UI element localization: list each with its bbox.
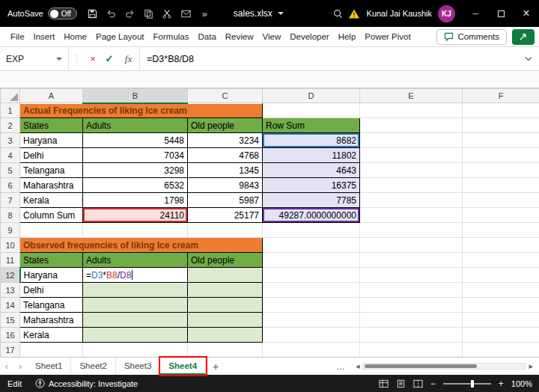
cell-F11[interactable] (463, 253, 539, 268)
cell-D7[interactable]: 7785 (263, 193, 360, 208)
mail-button[interactable] (177, 4, 195, 23)
cell-D4[interactable]: 11802 (263, 148, 360, 163)
sheet-tab-sheet1[interactable]: Sheet1 (27, 358, 71, 375)
cell-B7[interactable]: 1798 (83, 193, 188, 208)
column-header-C[interactable]: C (188, 89, 263, 103)
cell-E4[interactable] (360, 148, 463, 163)
close-button[interactable]: × (514, 0, 539, 27)
cell-E3[interactable] (360, 133, 463, 148)
cell-E5[interactable] (360, 163, 463, 178)
cell-D11[interactable] (263, 253, 360, 268)
cell-D8[interactable]: 49287.0000000000 (263, 208, 360, 223)
cell-D16[interactable] (263, 328, 360, 343)
cell-E9[interactable] (360, 223, 463, 238)
ribbon-tab-help[interactable]: Help (334, 27, 361, 46)
name-box[interactable]: EXP (0, 47, 69, 70)
formula-input[interactable]: =D3*B8/D8 (140, 54, 518, 64)
row-header-6[interactable]: 6 (1, 178, 20, 193)
column-header-A[interactable]: A (20, 89, 83, 103)
cell-A7[interactable]: Kerala (20, 193, 83, 208)
sheet-tab-sheet2[interactable]: Sheet2 (71, 358, 115, 375)
cell-C4[interactable]: 4768 (188, 148, 263, 163)
row-header-16[interactable]: 16 (1, 328, 20, 343)
row-header-7[interactable]: 7 (1, 193, 20, 208)
cell-D13[interactable] (263, 283, 360, 298)
cell-C5[interactable]: 1345 (188, 163, 263, 178)
cell-F8[interactable] (463, 208, 539, 223)
avatar[interactable]: KJ (438, 5, 455, 22)
comments-button[interactable]: Comments (436, 29, 507, 45)
cell-A15[interactable]: Maharashtra (20, 313, 83, 328)
column-header-E[interactable]: E (360, 89, 463, 103)
cut-button[interactable] (158, 4, 177, 23)
cell-C17[interactable] (188, 343, 263, 358)
search-button[interactable] (332, 4, 345, 23)
ribbon-tab-home[interactable]: Home (59, 27, 91, 46)
horizontal-scrollbar[interactable] (362, 363, 526, 370)
select-all-corner[interactable] (1, 89, 20, 103)
ribbon-tab-insert[interactable]: Insert (29, 27, 60, 46)
copy-button[interactable] (139, 4, 158, 23)
cell-E17[interactable] (360, 343, 463, 358)
more-sheets-button[interactable]: … (329, 361, 353, 372)
cell-C16[interactable] (188, 328, 263, 343)
sheet-tab-sheet3[interactable]: Sheet3 (116, 358, 160, 375)
sheet-tab-sheet4[interactable]: Sheet4 (160, 358, 206, 375)
cell-D12[interactable] (263, 268, 360, 283)
ribbon-tab-developer[interactable]: Developer (285, 27, 333, 46)
row-header-1[interactable]: 1 (1, 103, 20, 118)
cell-B3[interactable]: 5448 (83, 133, 188, 148)
cell-B12[interactable]: =D3*B8/D8 (83, 268, 188, 283)
cell-D17[interactable] (263, 343, 360, 358)
autosave-toggle[interactable]: Off (48, 7, 77, 19)
cell-E8[interactable] (360, 208, 463, 223)
ribbon-tab-power-pivot[interactable]: Power Pivot (360, 27, 415, 46)
column-header-F[interactable]: F (463, 89, 539, 103)
sheet-nav-left-button[interactable]: ‹ (0, 361, 13, 372)
cell-F1[interactable] (463, 103, 539, 118)
cell-A6[interactable]: Maharashtra (20, 178, 83, 193)
cell-F3[interactable] (463, 133, 539, 148)
cell-B11[interactable]: Adults (83, 253, 188, 268)
share-button[interactable] (512, 29, 535, 45)
scrollbar-thumb[interactable] (365, 364, 477, 368)
cell-A8[interactable]: Column Sum (20, 208, 83, 223)
cell-E13[interactable] (360, 283, 463, 298)
cell-F15[interactable] (463, 313, 539, 328)
redo-button[interactable] (121, 4, 139, 23)
cell-D14[interactable] (263, 298, 360, 313)
scroll-right-arrow[interactable]: ▸ (526, 361, 536, 371)
zoom-slider[interactable] (443, 383, 491, 385)
user-name[interactable]: Kunal Jai Kaushik (367, 9, 432, 18)
cell-F9[interactable] (463, 223, 539, 238)
cell-A3[interactable]: Haryana (20, 133, 83, 148)
cell-B8[interactable]: 24110 (83, 208, 188, 223)
column-header-B[interactable]: B (83, 89, 188, 103)
add-sheet-button[interactable]: + (206, 361, 225, 373)
ribbon-tab-page-layout[interactable]: Page Layout (91, 27, 149, 46)
cell-A17[interactable] (20, 343, 83, 358)
ribbon-tab-formulas[interactable]: Formulas (149, 27, 194, 46)
cell-D3[interactable]: 8682 (263, 133, 360, 148)
cell-F14[interactable] (463, 298, 539, 313)
drag-handle-icon[interactable]: ⋮ (69, 54, 85, 64)
zoom-in-button[interactable]: + (499, 379, 504, 389)
cell-B6[interactable]: 6532 (83, 178, 188, 193)
scroll-left-arrow[interactable]: ◂ (353, 361, 363, 371)
cell-E11[interactable] (360, 253, 463, 268)
cell-B5[interactable]: 3298 (83, 163, 188, 178)
zoom-level[interactable]: 100% (511, 379, 532, 388)
cell-B4[interactable]: 7034 (83, 148, 188, 163)
cell-E16[interactable] (360, 328, 463, 343)
ribbon-tab-file[interactable]: File (6, 27, 29, 46)
cell-C6[interactable]: 9843 (188, 178, 263, 193)
row-header-2[interactable]: 2 (1, 118, 20, 133)
row-header-4[interactable]: 4 (1, 148, 20, 163)
expand-formula-bar-button[interactable] (518, 56, 539, 61)
cell-A12[interactable]: Haryana (20, 268, 83, 283)
cell-A14[interactable]: Telangana (20, 298, 83, 313)
cell-A10[interactable]: Observed frequencies of liking Ice cream (20, 238, 263, 253)
row-header-5[interactable]: 5 (1, 163, 20, 178)
cell-E15[interactable] (360, 313, 463, 328)
row-header-13[interactable]: 13 (1, 283, 20, 298)
